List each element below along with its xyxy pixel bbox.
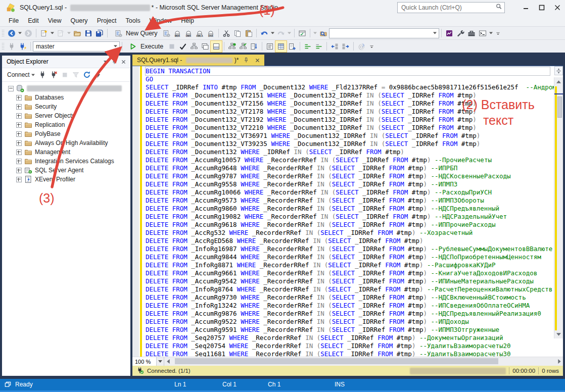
- change-connection-icon[interactable]: [17, 41, 28, 52]
- properties-wrench-icon[interactable]: [455, 28, 466, 39]
- tree-item-server-objects[interactable]: Server Objects: [2, 111, 130, 120]
- close-button[interactable]: [549, 1, 565, 14]
- refresh-icon[interactable]: [81, 69, 92, 80]
- dax-query-icon[interactable]: DAX: [205, 28, 216, 39]
- window-position-icon[interactable]: [101, 57, 110, 66]
- pin-icon[interactable]: [243, 57, 250, 64]
- find-combo[interactable]: [329, 28, 439, 38]
- close-icon[interactable]: [254, 57, 261, 64]
- results-to-grid-icon[interactable]: [275, 41, 287, 52]
- paste-icon[interactable]: [243, 28, 254, 39]
- vertical-scrollbar[interactable]: [554, 77, 563, 338]
- database-engine-query-icon[interactable]: [161, 28, 172, 39]
- menu-view[interactable]: View: [43, 15, 66, 26]
- menu-file[interactable]: File: [4, 15, 23, 26]
- query-options-icon[interactable]: [200, 41, 211, 52]
- scroll-right-icon[interactable]: [555, 359, 563, 364]
- indent-icon[interactable]: [340, 41, 351, 52]
- scrollbar-thumb[interactable]: [557, 96, 562, 118]
- code-editor[interactable]: BEGIN TRANSACTIONGOSELECT _IDRRef INTO #…: [132, 66, 563, 357]
- results-to-text-icon[interactable]: [264, 41, 275, 52]
- horizontal-scrollbar[interactable]: [172, 357, 555, 366]
- tree-item-management[interactable]: Management: [2, 148, 130, 157]
- zoom-level-combo[interactable]: 100 %: [132, 357, 157, 366]
- new-query-button[interactable]: New Query: [110, 28, 161, 39]
- scroll-up-icon[interactable]: [554, 78, 563, 85]
- uncomment-icon[interactable]: [313, 41, 324, 52]
- estimated-plan-icon[interactable]: [189, 41, 200, 52]
- redo-icon[interactable]: [275, 28, 287, 39]
- connect-server-icon[interactable]: [37, 69, 48, 80]
- quick-launch-input[interactable]: Quick Launch (Ctrl+Q): [397, 2, 505, 13]
- stop-icon[interactable]: [59, 69, 70, 80]
- terminal-caret[interactable]: [488, 28, 494, 39]
- document-tab[interactable]: SQLQuery1.sql - )*: [132, 55, 264, 66]
- add-item-icon[interactable]: [55, 28, 66, 39]
- parse-icon[interactable]: [177, 41, 189, 52]
- save-icon[interactable]: [83, 28, 94, 39]
- scroll-down-icon[interactable]: [554, 331, 563, 337]
- expand-icon[interactable]: [16, 104, 22, 110]
- cancel-query-icon[interactable]: [166, 41, 177, 52]
- available-databases-combo[interactable]: master: [33, 41, 120, 52]
- toolbar-grip[interactable]: [2, 42, 4, 51]
- comment-icon[interactable]: [302, 41, 313, 52]
- expand-icon[interactable]: [16, 95, 22, 101]
- redo-caret[interactable]: [287, 28, 292, 39]
- undo-icon[interactable]: [259, 28, 270, 39]
- outdent-icon[interactable]: [329, 41, 340, 52]
- template-parameters-icon[interactable]: @: [356, 41, 367, 52]
- pin-icon[interactable]: [110, 57, 119, 66]
- tree-item-databases[interactable]: Databases: [2, 93, 130, 102]
- add-item-caret[interactable]: [66, 28, 72, 39]
- tree-item-always-on-high-availability[interactable]: Always On High Availability: [2, 138, 130, 148]
- undo-caret[interactable]: [270, 28, 275, 39]
- scroll-left-icon[interactable]: [164, 359, 172, 364]
- script-icon[interactable]: [92, 69, 104, 80]
- menu-tools[interactable]: Tools: [121, 15, 145, 26]
- maximize-button[interactable]: [534, 1, 549, 14]
- tree-root-server[interactable]: [2, 84, 130, 93]
- splitter-handle-icon[interactable]: [554, 66, 563, 75]
- combo-caret-icon[interactable]: [112, 42, 119, 51]
- menu-window[interactable]: Window: [145, 15, 176, 26]
- scrollbar-thumb[interactable]: [175, 358, 498, 364]
- collapse-icon[interactable]: [8, 86, 14, 91]
- close-icon[interactable]: [119, 57, 128, 66]
- expand-icon[interactable]: [16, 113, 22, 119]
- query-window-icon[interactable]: [297, 28, 308, 39]
- menu-help[interactable]: Help: [176, 15, 199, 26]
- expand-icon[interactable]: [16, 168, 22, 173]
- connect-menu-button[interactable]: Connect: [5, 71, 37, 78]
- copy-icon[interactable]: [232, 28, 243, 39]
- expand-icon[interactable]: [16, 177, 22, 182]
- expand-icon[interactable]: [16, 150, 22, 155]
- tree-item-xevent-profiler[interactable]: XEvent Profiler: [2, 175, 130, 184]
- nav-back-caret[interactable]: [17, 28, 23, 39]
- mdx-query-icon[interactable]: MDX: [172, 28, 183, 39]
- tree-item-sql-server-agent[interactable]: SQL Server Agent: [2, 166, 130, 175]
- cut-icon[interactable]: [221, 28, 232, 39]
- save-all-icon[interactable]: [94, 28, 105, 39]
- actual-plan-icon[interactable]: [226, 41, 238, 52]
- connect-icon[interactable]: [6, 41, 17, 52]
- expand-icon[interactable]: [16, 122, 22, 128]
- tree-item-integration-services-catalogs[interactable]: Integration Services Catalogs: [2, 157, 130, 166]
- execute-button[interactable]: Execute: [124, 41, 166, 52]
- results-to-file-icon[interactable]: [287, 41, 298, 52]
- toolbar-options-overflow[interactable]: [495, 28, 502, 39]
- disconnect-icon[interactable]: [48, 69, 59, 80]
- xmla-query-icon[interactable]: XMLA: [194, 28, 205, 39]
- new-project-icon[interactable]: [38, 28, 50, 39]
- toolbar-options-overflow-2[interactable]: [368, 41, 375, 52]
- nav-forward-icon[interactable]: [23, 28, 34, 39]
- open-file-icon[interactable]: [72, 28, 83, 39]
- menu-edit[interactable]: Edit: [23, 15, 43, 26]
- toolbox-icon[interactable]: [466, 28, 477, 39]
- expand-icon[interactable]: [16, 131, 22, 137]
- tree-item-security[interactable]: Security: [2, 102, 130, 111]
- combo-caret-icon[interactable]: [431, 29, 439, 38]
- find-in-files-icon[interactable]: [318, 28, 329, 39]
- zoom-caret-icon[interactable]: [157, 357, 164, 366]
- expand-icon[interactable]: [16, 159, 22, 164]
